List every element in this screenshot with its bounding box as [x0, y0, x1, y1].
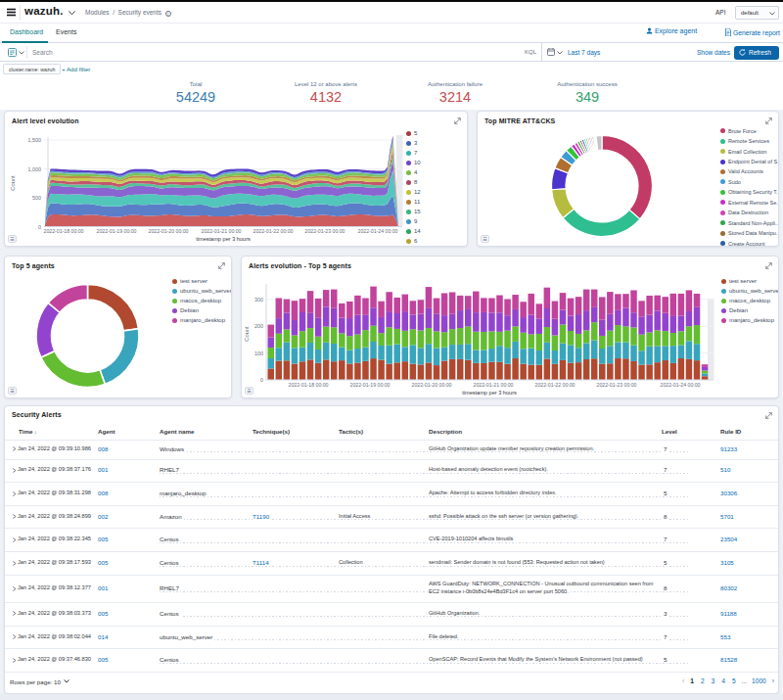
svg-text:2022-01-20 00:00: 2022-01-20 00:00 — [149, 228, 189, 234]
svg-text:Count: Count — [244, 326, 250, 342]
svg-text:2022-01-18 00:00: 2022-01-18 00:00 — [289, 382, 329, 388]
svg-text:timestamp per 3 hours: timestamp per 3 hours — [196, 236, 251, 242]
svg-text:0: 0 — [38, 224, 41, 230]
svg-text:2022-01-20 00:00: 2022-01-20 00:00 — [412, 382, 452, 388]
svg-text:1,500: 1,500 — [28, 137, 42, 143]
svg-text:timestamp per 3 hours: timestamp per 3 hours — [462, 390, 517, 396]
svg-text:2022-01-22 00:00: 2022-01-22 00:00 — [253, 228, 294, 234]
svg-text:1,000: 1,000 — [28, 166, 42, 172]
svg-text:2022-01-21 00:00: 2022-01-21 00:00 — [474, 382, 514, 388]
svg-text:2022-01-24 00:00: 2022-01-24 00:00 — [661, 382, 701, 388]
svg-text:0: 0 — [260, 377, 263, 383]
svg-text:2022-01-22 00:00: 2022-01-22 00:00 — [535, 382, 576, 388]
svg-text:2022-01-19 00:00: 2022-01-19 00:00 — [97, 228, 137, 234]
svg-text:2022-01-19 00:00: 2022-01-19 00:00 — [350, 382, 391, 388]
svg-text:300: 300 — [254, 297, 263, 303]
svg-text:Count: Count — [10, 175, 16, 191]
svg-text:2022-01-21 00:00: 2022-01-21 00:00 — [202, 228, 242, 234]
svg-text:100: 100 — [254, 350, 263, 356]
svg-text:500: 500 — [32, 195, 41, 201]
svg-text:2022-01-18 00:00: 2022-01-18 00:00 — [44, 228, 84, 234]
svg-text:2022-01-23 00:00: 2022-01-23 00:00 — [305, 228, 345, 234]
svg-text:200: 200 — [254, 323, 263, 329]
svg-text:2022-01-24 00:00: 2022-01-24 00:00 — [358, 228, 398, 234]
svg-text:2022-01-23 00:00: 2022-01-23 00:00 — [597, 382, 637, 388]
